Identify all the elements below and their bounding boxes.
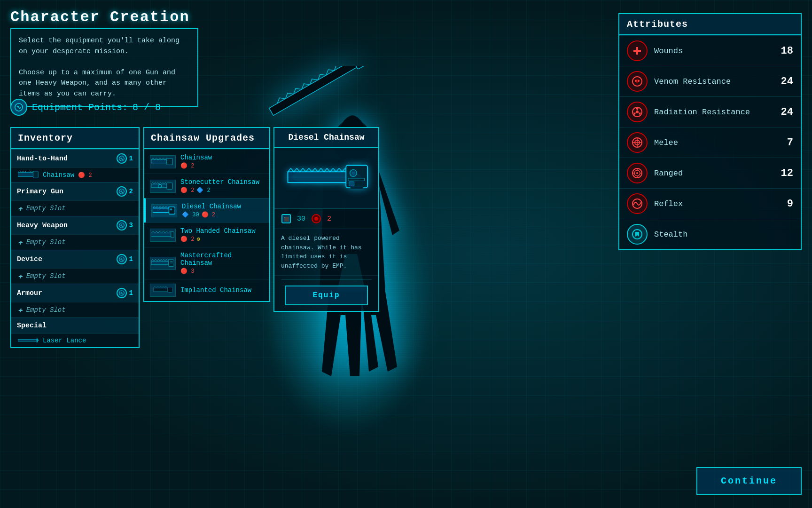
inv-item-empty-gun[interactable]: ✚ Empty Slot xyxy=(11,200,139,216)
equip-button[interactable]: Equip xyxy=(285,286,368,305)
reflex-value: 9 xyxy=(774,198,793,210)
cat-icon-h2h xyxy=(117,153,127,164)
attributes-panel: Attributes Wounds 18 Veno xyxy=(618,13,802,250)
upgrade-diesel[interactable]: Diesel Chainsaw 🔷 30 🔴 2 xyxy=(144,198,269,222)
continue-button[interactable]: Continue xyxy=(696,467,802,495)
ranged-name: Ranged xyxy=(654,169,768,178)
category-special[interactable]: Special xyxy=(11,318,139,333)
venom-name: Venom Resistance xyxy=(654,77,768,86)
inv-item-empty-armour[interactable]: ✚ Empty Slot xyxy=(11,302,139,318)
diesel-img xyxy=(151,204,177,217)
inv-item-chainsaw[interactable]: Chainsaw 🔴 2 xyxy=(11,167,139,182)
category-primary-gun[interactable]: Primary Gun 2 xyxy=(11,182,139,200)
inv-item-empty-heavy[interactable]: ✚ Empty Slot xyxy=(11,234,139,250)
category-hand-to-hand[interactable]: Hand-to-Hand 1 xyxy=(11,149,139,167)
svg-rect-24 xyxy=(151,261,169,264)
detail-stats: ⬛ 30 2 xyxy=(274,209,378,229)
upgrade-two-handed[interactable]: Two Handed Chainsaw 🔴 2 ⚙️ xyxy=(144,222,269,247)
cat-badge-h2h: 1 xyxy=(117,153,133,164)
eq-label: Equipment Points: xyxy=(32,102,128,113)
equipment-icon xyxy=(10,99,27,116)
attr-row-ranged: Ranged 12 xyxy=(619,158,801,188)
upgrade-name-implanted: Implanted Chainsaw xyxy=(180,286,251,294)
plus-icon-heavy: ✚ xyxy=(18,238,23,247)
upgrade-chainsaw[interactable]: Chainsaw 🔴 2 xyxy=(144,149,269,174)
cat-icon-heavy xyxy=(117,220,127,230)
radiation-icon xyxy=(627,102,648,122)
two-handed-img xyxy=(150,229,176,242)
cat-badge-armour: 1 xyxy=(117,288,133,298)
upgrade-stats-stonecutter: 🔴 2 🔷 2 xyxy=(180,187,259,194)
category-device[interactable]: Device 1 xyxy=(11,250,139,268)
upgrade-mastercrafted[interactable]: Mastercrafted Chainsaw 🔴 3 xyxy=(144,247,269,279)
svg-marker-13 xyxy=(37,337,39,343)
inv-item-empty-device[interactable]: ✚ Empty Slot xyxy=(11,268,139,284)
category-heavy-weapon[interactable]: Heavy Weapon 3 xyxy=(11,216,139,234)
cat-icon-device xyxy=(117,254,127,264)
instruction-line1: Select the equipment you'll take along o… xyxy=(19,36,190,57)
cat-label-h2h: Hand-to-Hand xyxy=(17,155,68,163)
plus-icon-gun: ✚ xyxy=(18,204,23,213)
implanted-img xyxy=(150,284,176,297)
detail-image xyxy=(274,148,378,209)
ranged-icon xyxy=(627,163,648,183)
svg-rect-2 xyxy=(269,66,363,116)
radiation-name: Radiation Resistance xyxy=(654,108,768,117)
stealth-icon xyxy=(627,224,648,245)
upgrade-stonecutter[interactable]: Stonecutter Chainsaw 🔴 2 🔷 2 xyxy=(144,174,269,198)
upgrades-panel: Chainsaw Upgrades Chainsaw 🔴 2 xyxy=(143,127,270,302)
detail-description: A diesel powered chainsaw. While it has … xyxy=(274,229,378,276)
wounds-value: 18 xyxy=(774,45,793,57)
detail-title: Diesel Chainsaw xyxy=(274,128,378,148)
svg-point-49 xyxy=(636,111,639,113)
svg-rect-12 xyxy=(18,339,37,341)
chainsaw-icon xyxy=(18,171,39,179)
cat-label-armour: Armour xyxy=(17,289,42,297)
empty-slot-device: Empty Slot xyxy=(26,272,66,280)
venom-icon xyxy=(627,71,648,92)
svg-rect-20 xyxy=(169,206,175,214)
svg-rect-23 xyxy=(171,231,173,238)
attr-row-stealth: Stealth xyxy=(619,219,801,249)
upgrade-stats-mastercrafted: 🔴 3 xyxy=(180,268,264,275)
attr-row-venom: Venom Resistance 24 xyxy=(619,66,801,96)
detail-divider xyxy=(281,279,372,280)
upgrade-stats-chainsaw: 🔴 2 xyxy=(180,162,212,169)
upgrade-name-chainsaw: Chainsaw xyxy=(180,154,212,161)
svg-rect-18 xyxy=(166,183,172,189)
upgrade-name-diesel: Diesel Chainsaw xyxy=(182,203,241,210)
stat-blue-icon: ⬛ xyxy=(281,214,291,224)
radiation-value: 24 xyxy=(774,106,793,118)
inventory-panel: Inventory Hand-to-Hand 1 Chainsaw xyxy=(10,127,140,348)
instruction-line2: Choose up to a maximum of one Gun and on… xyxy=(19,68,190,100)
wounds-icon xyxy=(627,40,648,61)
upgrade-name-mastercrafted: Mastercrafted Chainsaw xyxy=(180,252,264,267)
melee-icon xyxy=(627,132,648,153)
page-title: Character Creation xyxy=(10,8,190,26)
svg-text:⬛: ⬛ xyxy=(284,216,289,222)
chainsaw-upgrade-img xyxy=(150,155,176,168)
plus-icon-armour: ✚ xyxy=(18,305,23,315)
melee-name: Melee xyxy=(654,138,768,147)
equipment-points: Equipment Points: 8 / 8 xyxy=(10,99,161,116)
svg-rect-29 xyxy=(167,287,172,293)
upgrade-stats-two-handed: 🔴 2 ⚙️ xyxy=(180,236,256,243)
reflex-icon xyxy=(627,193,648,214)
chainsaw-stats: 🔴 2 xyxy=(78,172,92,179)
mastercrafted-img xyxy=(150,257,176,270)
inv-item-laser-lance[interactable]: Laser Lance xyxy=(11,333,139,347)
upgrade-implanted[interactable]: Implanted Chainsaw xyxy=(144,279,269,301)
svg-rect-22 xyxy=(151,233,172,236)
laser-lance-name: Laser Lance xyxy=(43,337,86,344)
svg-point-56 xyxy=(636,172,638,174)
cat-badge-gun: 2 xyxy=(117,186,133,197)
attr-row-radiation: Radiation Resistance 24 xyxy=(619,96,801,127)
laser-lance-icon xyxy=(18,337,39,344)
cat-label-heavy: Heavy Weapon xyxy=(17,222,68,230)
category-armour[interactable]: Armour 1 xyxy=(11,284,139,302)
ranged-value: 12 xyxy=(774,167,793,179)
wounds-name: Wounds xyxy=(654,47,768,56)
attr-row-reflex: Reflex 9 xyxy=(619,188,801,219)
stat-blue-value: 30 xyxy=(297,215,305,223)
cat-badge-heavy: 3 xyxy=(117,220,133,230)
